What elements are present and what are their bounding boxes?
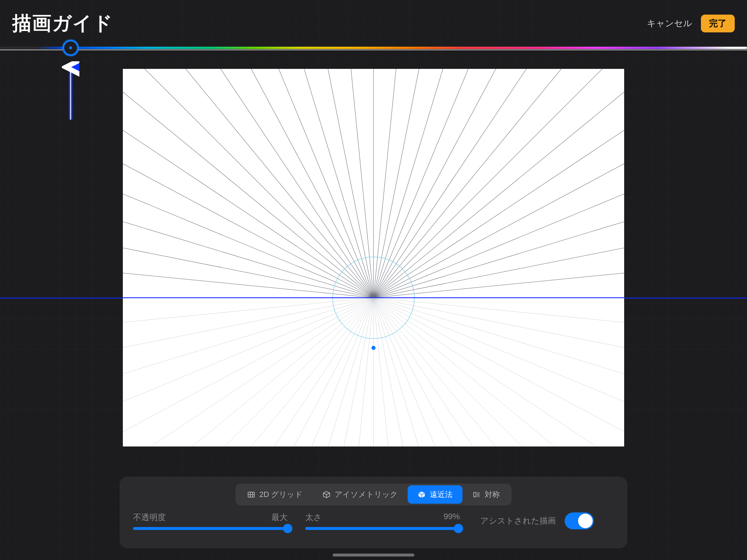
svg-rect-73: [473, 492, 476, 497]
svg-line-29: [123, 298, 374, 447]
svg-line-26: [123, 298, 374, 447]
vanishing-point-handle[interactable]: [371, 346, 376, 350]
svg-line-27: [123, 298, 374, 447]
svg-line-50: [231, 69, 374, 298]
svg-line-18: [374, 298, 516, 447]
svg-line-10: [374, 298, 624, 447]
svg-line-34: [123, 298, 374, 441]
svg-line-56: [374, 69, 624, 298]
svg-line-31: [123, 298, 374, 447]
controls-row: 不透明度 最大 太さ 99% アシストされた描画: [131, 512, 616, 530]
svg-line-60: [374, 69, 624, 298]
svg-line-13: [374, 298, 624, 447]
svg-line-53: [374, 69, 624, 298]
tab-symmetry[interactable]: 対称: [463, 485, 510, 504]
svg-line-58: [374, 69, 624, 298]
svg-line-64: [374, 69, 624, 298]
svg-line-23: [123, 298, 374, 447]
opacity-thumb[interactable]: [283, 524, 292, 533]
tab-2d-grid[interactable]: 2D グリッド: [237, 485, 312, 504]
svg-line-63: [374, 69, 624, 298]
svg-line-20: [231, 298, 374, 447]
svg-line-45: [123, 69, 374, 298]
svg-line-7: [374, 298, 624, 447]
svg-line-61: [374, 69, 624, 298]
svg-line-14: [374, 298, 624, 447]
svg-line-49: [123, 69, 374, 298]
svg-line-66: [374, 155, 624, 298]
svg-line-6: [374, 298, 624, 447]
tab-label: アイソメトリック: [335, 489, 398, 500]
svg-line-38: [123, 69, 374, 298]
svg-line-62: [374, 69, 624, 298]
svg-line-28: [123, 298, 374, 447]
svg-line-5: [374, 298, 624, 447]
opacity-value: 最大: [272, 512, 288, 523]
thickness-value: 99%: [443, 512, 460, 523]
tab-label: 2D グリッド: [259, 489, 303, 500]
spectrum-baseline: [0, 50, 747, 50]
svg-line-12: [374, 298, 624, 447]
svg-line-59: [374, 69, 624, 298]
svg-line-46: [123, 69, 374, 298]
svg-line-8: [374, 298, 624, 447]
svg-line-32: [123, 298, 374, 447]
svg-line-44: [123, 69, 374, 298]
color-spectrum-track[interactable]: [0, 47, 747, 49]
mirror-icon: [472, 490, 481, 499]
drawing-canvas[interactable]: [123, 69, 624, 447]
header-actions: キャンセル 完了: [647, 15, 735, 32]
svg-line-54: [374, 69, 624, 298]
thickness-track[interactable]: [305, 527, 460, 530]
svg-line-24: [123, 298, 374, 447]
tab-label: 対称: [485, 489, 500, 500]
opacity-slider[interactable]: 不透明度 最大: [133, 512, 288, 530]
cube-icon: [323, 490, 331, 499]
toggle-knob: [578, 514, 593, 528]
svg-line-11: [374, 298, 624, 447]
svg-rect-74: [477, 492, 480, 497]
svg-line-43: [123, 69, 374, 298]
svg-line-65: [374, 69, 624, 298]
svg-line-33: [123, 298, 374, 447]
svg-line-4: [374, 298, 624, 441]
tab-isometric[interactable]: アイソメトリック: [312, 485, 408, 504]
svg-line-48: [123, 69, 374, 298]
opacity-track[interactable]: [133, 527, 288, 530]
svg-line-57: [374, 69, 624, 298]
svg-line-17: [374, 298, 624, 447]
svg-line-9: [374, 298, 624, 447]
svg-line-25: [123, 298, 374, 447]
cancel-button[interactable]: キャンセル: [647, 18, 692, 29]
svg-line-52: [374, 69, 516, 298]
svg-line-47: [123, 69, 374, 298]
home-indicator: [333, 554, 414, 557]
svg-line-21: [123, 298, 374, 447]
svg-line-42: [123, 69, 374, 298]
svg-line-55: [374, 69, 624, 298]
guide-color-spectrum[interactable]: [0, 47, 747, 50]
tab-label: 遠近法: [430, 489, 453, 500]
svg-line-22: [123, 298, 374, 447]
svg-line-16: [374, 298, 624, 447]
page-title: 描画ガイド: [12, 10, 113, 36]
assisted-drawing-label: アシストされた描画: [480, 515, 556, 527]
svg-line-36: [123, 155, 374, 298]
thickness-slider[interactable]: 太さ 99%: [305, 512, 460, 530]
assisted-drawing-row: アシストされた描画: [480, 512, 594, 529]
grid-icon: [247, 490, 255, 499]
header-bar: 描画ガイド キャンセル 完了: [0, 0, 747, 47]
tab-perspective[interactable]: 遠近法: [408, 485, 463, 504]
guide-settings-panel: 2D グリッド アイソメトリック 遠近法 対称 不透明度 最大: [120, 477, 627, 548]
svg-line-39: [123, 69, 374, 298]
thickness-thumb[interactable]: [454, 524, 463, 533]
svg-line-37: [123, 69, 374, 298]
assisted-drawing-toggle[interactable]: [565, 512, 594, 529]
svg-line-40: [123, 69, 374, 298]
done-button[interactable]: 完了: [701, 15, 735, 32]
thickness-label: 太さ: [305, 512, 322, 523]
guide-type-segmented: 2D グリッド アイソメトリック 遠近法 対称: [235, 484, 512, 505]
opacity-label: 不透明度: [133, 512, 166, 523]
svg-line-41: [123, 69, 374, 298]
svg-line-15: [374, 298, 624, 447]
